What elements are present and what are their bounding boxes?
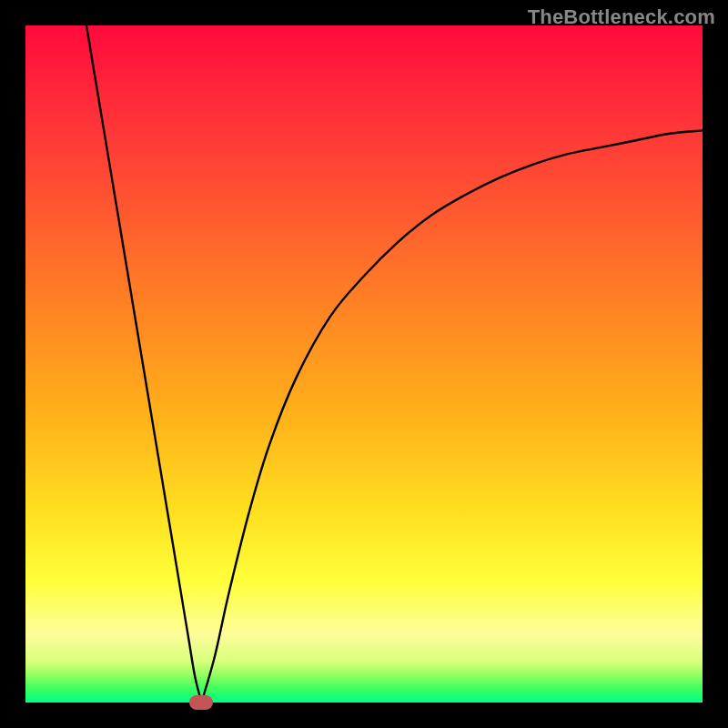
chart-frame: TheBottleneck.com [0, 0, 728, 728]
right-branch-path [201, 130, 703, 703]
curve-layer [25, 25, 703, 703]
minimum-marker [189, 695, 213, 710]
left-branch-path [86, 25, 201, 703]
watermark-text: TheBottleneck.com [528, 5, 715, 29]
plot-area [25, 25, 703, 703]
